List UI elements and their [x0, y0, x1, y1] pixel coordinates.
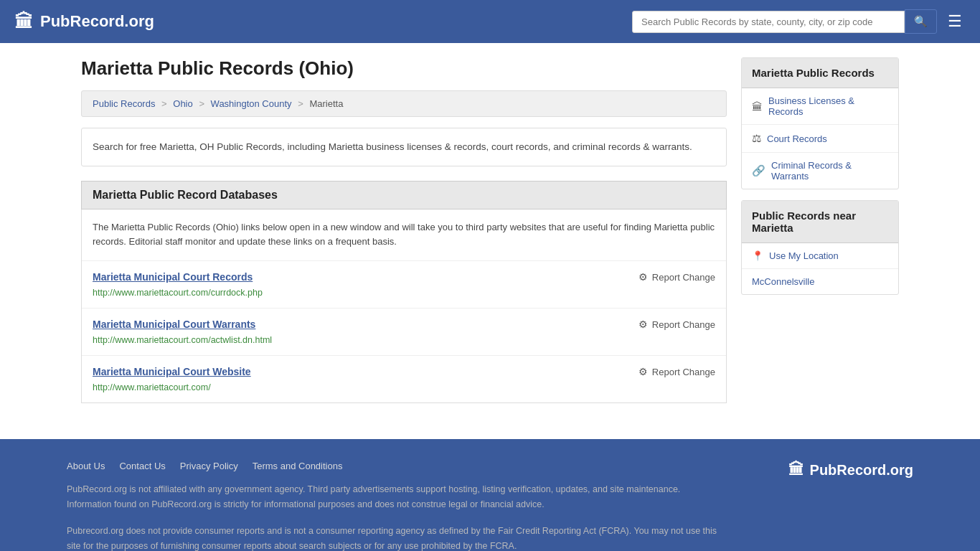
sidebar-public-records-title: Marietta Public Records	[742, 58, 898, 88]
scales-icon: ⚖	[752, 132, 761, 145]
breadcrumb-sep-1: >	[161, 98, 169, 109]
logo-text: PubRecord.org	[40, 12, 154, 31]
breadcrumb-public-records[interactable]: Public Records	[93, 98, 155, 109]
site-logo[interactable]: 🏛 PubRecord.org	[14, 11, 154, 33]
use-location-label: Use My Location	[769, 250, 839, 261]
sidebar-nearby-box: Public Records near Marietta 📍 Use My Lo…	[741, 200, 899, 295]
mcconnelsville-label: McConnelsville	[752, 276, 814, 287]
sidebar-public-records-box: Marietta Public Records 🏛 Business Licen…	[741, 57, 899, 189]
sidebar: Marietta Public Records 🏛 Business Licen…	[741, 57, 899, 403]
footer-privacy[interactable]: Privacy Policy	[180, 461, 238, 471]
page-description: Search for free Marietta, OH Public Reco…	[81, 128, 727, 166]
search-icon: 🔍	[914, 15, 928, 27]
db-entry-2: Marietta Municipal Court Warrants ⚙ Repo…	[82, 309, 726, 356]
report-change-3[interactable]: ⚙ Report Change	[639, 366, 715, 377]
header: 🏛 PubRecord.org 🔍 ☰	[0, 0, 980, 43]
search-input[interactable]	[632, 11, 905, 33]
footer-about[interactable]: About Us	[67, 461, 105, 471]
report-change-1[interactable]: ⚙ Report Change	[639, 271, 715, 283]
description-text: Search for free Marietta, OH Public Reco…	[93, 141, 692, 152]
footer: About Us Contact Us Privacy Policy Terms…	[0, 439, 980, 551]
header-right: 🔍 ☰	[632, 9, 966, 34]
footer-right: 🏛 PubRecord.org	[755, 461, 913, 551]
db-entry-url-1[interactable]: http://www.mariettacourt.com/currdock.ph…	[93, 288, 263, 298]
location-icon: 📍	[752, 250, 763, 261]
content-area: Marietta Public Records (Ohio) Public Re…	[81, 57, 727, 403]
sidebar-nearby-title: Public Records near Marietta	[742, 201, 898, 243]
report-change-label-2: Report Change	[652, 319, 715, 330]
breadcrumb-marietta: Marietta	[309, 98, 343, 109]
breadcrumb-sep-2: >	[199, 98, 207, 109]
footer-links: About Us Contact Us Privacy Policy Terms…	[67, 461, 727, 471]
sidebar-item-criminal-label: Criminal Records & Warrants	[771, 160, 888, 182]
footer-terms[interactable]: Terms and Conditions	[253, 461, 343, 471]
search-bar: 🔍	[632, 9, 937, 34]
footer-building-icon: 🏛	[788, 461, 804, 479]
db-description: The Marietta Public Records (Ohio) links…	[82, 209, 726, 262]
building-icon: 🏛	[14, 11, 33, 33]
sidebar-item-criminal-records[interactable]: 🔗 Criminal Records & Warrants	[742, 153, 898, 189]
main-container: Marietta Public Records (Ohio) Public Re…	[67, 43, 913, 418]
breadcrumb-ohio[interactable]: Ohio	[173, 98, 192, 109]
db-entry-1: Marietta Municipal Court Records ⚙ Repor…	[82, 261, 726, 309]
report-icon-1: ⚙	[639, 271, 648, 283]
sidebar-nearby-title-text: Public Records near Marietta	[752, 209, 856, 234]
footer-logo[interactable]: 🏛 PubRecord.org	[788, 461, 913, 479]
db-section: The Marietta Public Records (Ohio) links…	[81, 209, 727, 404]
db-entry-3: Marietta Municipal Court Website ⚙ Repor…	[82, 356, 726, 402]
db-entry-top-1: Marietta Municipal Court Records ⚙ Repor…	[93, 271, 715, 283]
footer-left: About Us Contact Us Privacy Policy Terms…	[67, 461, 727, 551]
footer-text-2: Pubrecord.org does not provide consumer …	[67, 524, 727, 551]
sidebar-item-business-label: Business Licenses & Records	[768, 95, 888, 117]
sidebar-item-court-records[interactable]: ⚖ Court Records	[742, 125, 898, 153]
breadcrumb-washington-county[interactable]: Washington County	[211, 98, 292, 109]
db-entry-title-3[interactable]: Marietta Municipal Court Website	[93, 366, 251, 377]
footer-logo-text: PubRecord.org	[810, 462, 913, 479]
report-change-2[interactable]: ⚙ Report Change	[639, 319, 715, 330]
search-button[interactable]: 🔍	[905, 9, 937, 34]
sidebar-item-court-label: Court Records	[767, 133, 827, 144]
report-icon-3: ⚙	[639, 366, 648, 377]
report-change-label-1: Report Change	[652, 272, 715, 283]
breadcrumb-sep-3: >	[298, 98, 306, 109]
sidebar-use-location[interactable]: 📍 Use My Location	[742, 243, 898, 269]
db-entry-top-2: Marietta Municipal Court Warrants ⚙ Repo…	[93, 319, 715, 330]
footer-contact[interactable]: Contact Us	[119, 461, 165, 471]
footer-inner: About Us Contact Us Privacy Policy Terms…	[67, 461, 913, 551]
breadcrumb: Public Records > Ohio > Washington Count…	[81, 90, 727, 117]
db-section-header: Marietta Public Record Databases	[81, 181, 727, 209]
report-change-label-3: Report Change	[652, 367, 715, 377]
db-entry-url-3[interactable]: http://www.mariettacourt.com/	[93, 382, 211, 392]
db-entry-url-2[interactable]: http://www.mariettacourt.com/actwlist.dn…	[93, 335, 272, 345]
footer-text-1: PubRecord.org is not affiliated with any…	[67, 482, 727, 513]
link-icon: 🔗	[752, 164, 765, 177]
building-small-icon: 🏛	[752, 100, 763, 113]
sidebar-item-business-licenses[interactable]: 🏛 Business Licenses & Records	[742, 88, 898, 125]
db-entry-title-2[interactable]: Marietta Municipal Court Warrants	[93, 319, 255, 330]
db-entry-top-3: Marietta Municipal Court Website ⚙ Repor…	[93, 366, 715, 377]
sidebar-mcconnelsville[interactable]: McConnelsville	[742, 269, 898, 294]
db-entry-title-1[interactable]: Marietta Municipal Court Records	[93, 271, 253, 283]
page-title: Marietta Public Records (Ohio)	[81, 57, 727, 80]
report-icon-2: ⚙	[639, 319, 648, 330]
menu-icon[interactable]: ☰	[944, 9, 966, 34]
